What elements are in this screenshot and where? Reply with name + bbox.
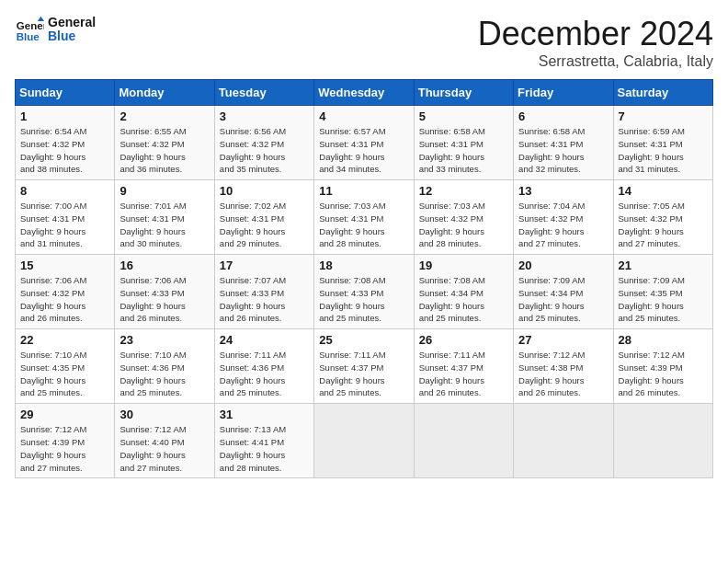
calendar-cell: 6Sunrise: 6:58 AM Sunset: 4:31 PM Daylig… (514, 106, 613, 180)
day-number: 1 (20, 109, 109, 123)
day-number: 26 (419, 333, 508, 347)
calendar-cell: 20Sunrise: 7:09 AM Sunset: 4:34 PM Dayli… (514, 255, 613, 329)
day-info: Sunrise: 7:00 AM Sunset: 4:31 PM Dayligh… (20, 200, 109, 250)
calendar-cell: 11Sunrise: 7:03 AM Sunset: 4:31 PM Dayli… (314, 180, 414, 255)
logo-line1: General (48, 16, 96, 29)
calendar-table: SundayMondayTuesdayWednesdayThursdayFrid… (15, 79, 713, 478)
day-number: 12 (419, 184, 508, 198)
weekday-header-friday: Friday (514, 80, 613, 106)
day-number: 17 (220, 259, 309, 272)
calendar-cell: 17Sunrise: 7:07 AM Sunset: 4:33 PM Dayli… (214, 255, 313, 329)
day-info: Sunrise: 7:08 AM Sunset: 4:33 PM Dayligh… (319, 274, 408, 325)
calendar-cell: 10Sunrise: 7:02 AM Sunset: 4:31 PM Dayli… (214, 180, 313, 255)
calendar-cell: 31Sunrise: 7:13 AM Sunset: 4:41 PM Dayli… (214, 404, 313, 478)
calendar-cell (314, 404, 414, 478)
weekday-header-monday: Monday (115, 80, 214, 106)
calendar-week-3: 15Sunrise: 7:06 AM Sunset: 4:32 PM Dayli… (16, 255, 713, 329)
calendar-week-4: 22Sunrise: 7:10 AM Sunset: 4:35 PM Dayli… (16, 329, 713, 404)
day-number: 13 (518, 184, 608, 198)
calendar-cell: 14Sunrise: 7:05 AM Sunset: 4:32 PM Dayli… (613, 180, 712, 255)
day-info: Sunrise: 7:12 AM Sunset: 4:40 PM Dayligh… (119, 423, 209, 474)
day-number: 6 (518, 109, 608, 123)
weekday-header-saturday: Saturday (613, 80, 712, 106)
page-header: General Blue General Blue December 2024 … (15, 15, 713, 70)
day-info: Sunrise: 7:13 AM Sunset: 4:41 PM Dayligh… (220, 423, 309, 474)
day-number: 2 (119, 109, 209, 123)
logo-line2: Blue (48, 29, 96, 43)
calendar-cell: 29Sunrise: 7:12 AM Sunset: 4:39 PM Dayli… (16, 404, 115, 478)
day-info: Sunrise: 7:11 AM Sunset: 4:37 PM Dayligh… (319, 349, 408, 399)
day-number: 8 (20, 184, 109, 198)
day-number: 27 (518, 333, 608, 347)
calendar-cell: 13Sunrise: 7:04 AM Sunset: 4:32 PM Dayli… (514, 180, 613, 255)
weekday-header-sunday: Sunday (16, 80, 115, 106)
day-number: 10 (220, 184, 309, 198)
day-info: Sunrise: 6:56 AM Sunset: 4:32 PM Dayligh… (220, 125, 309, 176)
calendar-cell: 30Sunrise: 7:12 AM Sunset: 4:40 PM Dayli… (115, 404, 214, 478)
day-number: 31 (220, 408, 309, 421)
day-number: 28 (619, 333, 708, 347)
calendar-week-1: 1Sunrise: 6:54 AM Sunset: 4:32 PM Daylig… (16, 106, 713, 180)
day-number: 14 (619, 184, 708, 198)
day-info: Sunrise: 7:04 AM Sunset: 4:32 PM Dayligh… (518, 200, 608, 250)
day-number: 9 (119, 184, 209, 198)
day-number: 24 (220, 333, 309, 347)
svg-text:Blue: Blue (17, 31, 40, 42)
day-number: 4 (319, 109, 408, 123)
day-info: Sunrise: 7:10 AM Sunset: 4:35 PM Dayligh… (20, 349, 109, 399)
weekday-header-thursday: Thursday (414, 80, 513, 106)
day-number: 7 (619, 109, 708, 123)
day-number: 29 (20, 408, 109, 421)
day-info: Sunrise: 7:01 AM Sunset: 4:31 PM Dayligh… (119, 200, 209, 250)
day-number: 15 (20, 259, 109, 272)
location-subtitle: Serrastretta, Calabria, Italy (478, 53, 713, 70)
logo-icon: General Blue (15, 15, 44, 44)
day-info: Sunrise: 7:02 AM Sunset: 4:31 PM Dayligh… (220, 200, 309, 250)
day-info: Sunrise: 6:58 AM Sunset: 4:31 PM Dayligh… (419, 125, 508, 176)
calendar-cell (414, 404, 513, 478)
month-title: December 2024 (478, 15, 713, 53)
day-info: Sunrise: 6:55 AM Sunset: 4:32 PM Dayligh… (119, 125, 209, 176)
day-number: 21 (619, 259, 708, 272)
calendar-cell: 2Sunrise: 6:55 AM Sunset: 4:32 PM Daylig… (115, 106, 214, 180)
day-info: Sunrise: 6:54 AM Sunset: 4:32 PM Dayligh… (20, 125, 109, 176)
calendar-cell: 19Sunrise: 7:08 AM Sunset: 4:34 PM Dayli… (414, 255, 513, 329)
day-info: Sunrise: 7:05 AM Sunset: 4:32 PM Dayligh… (619, 200, 708, 250)
day-info: Sunrise: 7:11 AM Sunset: 4:36 PM Dayligh… (220, 349, 309, 399)
title-block: December 2024 Serrastretta, Calabria, It… (478, 15, 713, 70)
calendar-cell: 4Sunrise: 6:57 AM Sunset: 4:31 PM Daylig… (314, 106, 414, 180)
calendar-cell: 27Sunrise: 7:12 AM Sunset: 4:38 PM Dayli… (514, 329, 613, 404)
svg-text:General: General (17, 20, 44, 31)
day-info: Sunrise: 7:10 AM Sunset: 4:36 PM Dayligh… (119, 349, 209, 399)
day-info: Sunrise: 7:11 AM Sunset: 4:37 PM Dayligh… (419, 349, 508, 399)
day-info: Sunrise: 7:03 AM Sunset: 4:31 PM Dayligh… (319, 200, 408, 250)
calendar-cell: 8Sunrise: 7:00 AM Sunset: 4:31 PM Daylig… (16, 180, 115, 255)
calendar-cell (514, 404, 613, 478)
day-number: 16 (119, 259, 209, 272)
day-info: Sunrise: 7:06 AM Sunset: 4:32 PM Dayligh… (20, 274, 109, 325)
day-info: Sunrise: 6:59 AM Sunset: 4:31 PM Dayligh… (619, 125, 708, 176)
day-info: Sunrise: 6:58 AM Sunset: 4:31 PM Dayligh… (518, 125, 608, 176)
calendar-cell (613, 404, 712, 478)
calendar-cell: 18Sunrise: 7:08 AM Sunset: 4:33 PM Dayli… (314, 255, 414, 329)
logo: General Blue General Blue (15, 15, 96, 44)
day-info: Sunrise: 7:07 AM Sunset: 4:33 PM Dayligh… (220, 274, 309, 325)
calendar-cell: 21Sunrise: 7:09 AM Sunset: 4:35 PM Dayli… (613, 255, 712, 329)
calendar-cell: 23Sunrise: 7:10 AM Sunset: 4:36 PM Dayli… (115, 329, 214, 404)
day-number: 5 (419, 109, 508, 123)
day-number: 11 (319, 184, 408, 198)
calendar-cell: 28Sunrise: 7:12 AM Sunset: 4:39 PM Dayli… (613, 329, 712, 404)
day-info: Sunrise: 6:57 AM Sunset: 4:31 PM Dayligh… (319, 125, 408, 176)
day-number: 25 (319, 333, 408, 347)
day-number: 30 (119, 408, 209, 421)
day-info: Sunrise: 7:06 AM Sunset: 4:33 PM Dayligh… (119, 274, 209, 325)
day-info: Sunrise: 7:08 AM Sunset: 4:34 PM Dayligh… (419, 274, 508, 325)
day-number: 18 (319, 259, 408, 272)
day-info: Sunrise: 7:12 AM Sunset: 4:38 PM Dayligh… (518, 349, 608, 399)
calendar-cell: 12Sunrise: 7:03 AM Sunset: 4:32 PM Dayli… (414, 180, 513, 255)
day-number: 22 (20, 333, 109, 347)
day-info: Sunrise: 7:12 AM Sunset: 4:39 PM Dayligh… (20, 423, 109, 474)
day-number: 19 (419, 259, 508, 272)
calendar-cell: 25Sunrise: 7:11 AM Sunset: 4:37 PM Dayli… (314, 329, 414, 404)
day-info: Sunrise: 7:03 AM Sunset: 4:32 PM Dayligh… (419, 200, 508, 250)
